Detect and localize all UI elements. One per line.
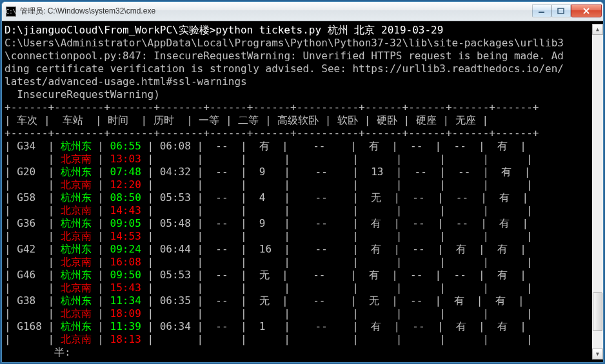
minimize-icon <box>538 8 546 14</box>
client-area: D:\jianguoCloud\From_WorkPC\实验楼>python t… <box>2 21 603 362</box>
scroll-thumb[interactable] <box>593 292 602 331</box>
cmd-icon: C:\ <box>6 6 16 17</box>
vertical-scrollbar[interactable]: ▲ ▼ <box>592 24 603 359</box>
minimize-button[interactable] <box>532 5 551 17</box>
svg-rect-0 <box>539 12 544 13</box>
title-bar[interactable]: C:\ 管理员: C:\Windows\system32\cmd.exe <box>2 2 603 21</box>
close-button[interactable] <box>571 5 602 17</box>
scroll-up-button[interactable]: ▲ <box>592 24 603 35</box>
console-output[interactable]: D:\jianguoCloud\From_WorkPC\实验楼>python t… <box>5 24 591 359</box>
svg-rect-1 <box>558 8 564 14</box>
scroll-down-button[interactable]: ▼ <box>592 349 603 359</box>
maximize-icon <box>557 8 565 14</box>
window-controls <box>532 6 602 17</box>
maximize-button[interactable] <box>551 5 571 17</box>
close-icon <box>582 8 590 14</box>
cmd-window: C:\ 管理员: C:\Windows\system32\cmd.exe D:\… <box>1 1 604 363</box>
scroll-track[interactable] <box>592 35 603 349</box>
window-title: 管理员: C:\Windows\system32\cmd.exe <box>20 6 532 17</box>
